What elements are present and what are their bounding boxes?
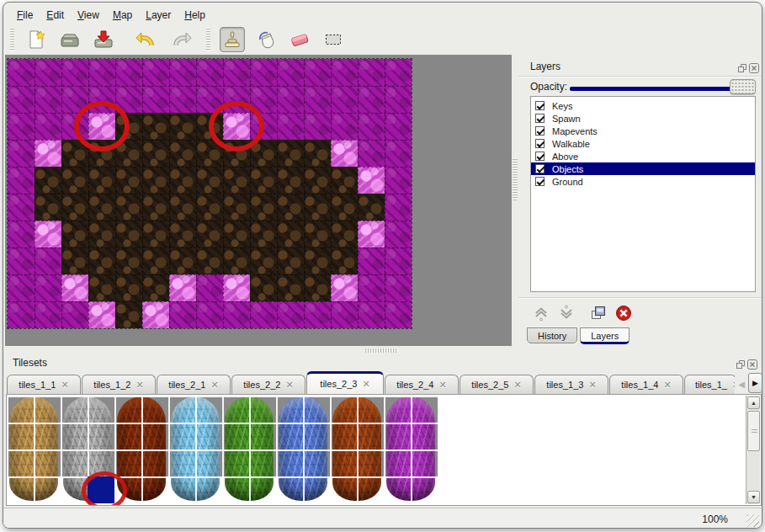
map-tile-purple-ground[interactable] xyxy=(358,247,385,274)
layer-list[interactable]: KeysSpawnMapeventsWalkableAboveObjectsGr… xyxy=(530,96,756,292)
tab-scroll-left-icon[interactable]: ◀ xyxy=(736,376,746,391)
map-tile-purple-ground[interactable] xyxy=(277,59,304,86)
vertical-splitter[interactable] xyxy=(512,55,518,346)
map-tile-dark-soil[interactable] xyxy=(358,194,385,221)
map-tile-purple-ground[interactable] xyxy=(8,113,35,140)
tileset-tab-tiles_2_5[interactable]: tiles_2_5✕ xyxy=(460,375,534,394)
map-tile-purple-ground[interactable] xyxy=(115,59,142,86)
map-tile-purple-ground[interactable] xyxy=(331,301,358,328)
layer-visibility-checkbox[interactable] xyxy=(535,152,545,161)
tab-close-icon[interactable]: ✕ xyxy=(438,380,446,391)
map-tile-dark-soil[interactable] xyxy=(115,274,142,301)
map-tile-purple-ground[interactable] xyxy=(223,301,250,328)
map-tile-purple-ground[interactable] xyxy=(358,113,385,140)
tab-close-icon[interactable]: ✕ xyxy=(285,380,293,391)
map-tile-dark-soil[interactable] xyxy=(196,221,223,247)
map-tile-purple-ground[interactable] xyxy=(169,86,196,113)
tileset-tab-tiles_2_2[interactable]: tiles_2_2✕ xyxy=(231,375,305,394)
map-tile-purple-ground[interactable] xyxy=(8,301,35,328)
map-tile-dark-soil[interactable] xyxy=(223,221,250,247)
map-tile-purple-ground[interactable] xyxy=(331,113,358,140)
tileset-tab-tiles_1_4[interactable]: tiles_1_4✕ xyxy=(609,375,683,394)
map-tile-purple-ground[interactable] xyxy=(35,247,61,274)
map-tile-dark-soil[interactable] xyxy=(61,167,88,194)
map-tile-purple-ground[interactable] xyxy=(358,59,385,86)
toolbar-grip[interactable] xyxy=(10,28,14,51)
tileset-tab-tiles_2_1[interactable]: tiles_2_1✕ xyxy=(157,375,231,394)
map-tile-pink-bush[interactable] xyxy=(331,140,358,167)
map-tile-pink-bush[interactable] xyxy=(35,221,61,247)
map-tile-dark-soil[interactable] xyxy=(277,140,304,167)
map-tile-purple-ground[interactable] xyxy=(35,59,61,86)
float-icon[interactable] xyxy=(736,358,746,368)
map-tile-dark-soil[interactable] xyxy=(169,247,196,274)
close-icon[interactable] xyxy=(749,61,759,72)
toolbar-grip[interactable] xyxy=(206,28,210,51)
map-tile-dark-soil[interactable] xyxy=(331,194,358,221)
map-tile-dark-soil[interactable] xyxy=(277,167,304,194)
map-tile-purple-ground[interactable] xyxy=(358,301,385,328)
map-tile-dark-soil[interactable] xyxy=(250,221,277,247)
map-tile-purple-ground[interactable] xyxy=(250,301,277,328)
float-icon[interactable] xyxy=(737,61,747,72)
map-tile-purple-ground[interactable] xyxy=(8,59,35,86)
map-tile-purple-ground[interactable] xyxy=(8,86,35,113)
layer-visibility-checkbox[interactable] xyxy=(535,177,545,186)
map-tile-dark-soil[interactable] xyxy=(142,140,169,167)
map-tile-purple-ground[interactable] xyxy=(385,194,412,221)
map-tile-dark-soil[interactable] xyxy=(88,167,115,194)
fill-tool-button[interactable] xyxy=(253,27,279,52)
splitter-grip[interactable] xyxy=(364,348,398,353)
map-tile-purple-ground[interactable] xyxy=(277,113,304,140)
map-tile-dark-soil[interactable] xyxy=(277,194,304,221)
map-tile-dark-soil[interactable] xyxy=(250,247,277,274)
map-tile-purple-ground[interactable] xyxy=(385,274,412,301)
map-tile-purple-ground[interactable] xyxy=(142,59,169,86)
map-tile-dark-soil[interactable] xyxy=(331,247,358,274)
map-tile-purple-ground[interactable] xyxy=(223,59,250,86)
lower-layer-button[interactable] xyxy=(556,304,576,322)
layer-visibility-checkbox[interactable] xyxy=(535,139,545,148)
map-tile-pink-bush[interactable] xyxy=(223,274,250,301)
map-tile-dark-soil[interactable] xyxy=(304,274,331,301)
map-tile-purple-ground[interactable] xyxy=(35,86,61,113)
map-tile-dark-soil[interactable] xyxy=(115,221,142,247)
panel-tab-layers[interactable]: Layers xyxy=(580,327,630,344)
map-tile-dark-soil[interactable] xyxy=(142,221,169,247)
map-tile-dark-soil[interactable] xyxy=(142,113,169,140)
map-tile-purple-ground[interactable] xyxy=(385,247,412,274)
map-tile-purple-ground[interactable] xyxy=(331,59,358,86)
map-tile-purple-ground[interactable] xyxy=(88,59,115,86)
map-tile-purple-ground[interactable] xyxy=(8,194,35,221)
map-tile-dark-soil[interactable] xyxy=(88,274,115,301)
tileset-scrollbar[interactable]: ▲ ▼ xyxy=(746,396,760,504)
map-tile-dark-soil[interactable] xyxy=(196,167,223,194)
map-tile-dark-soil[interactable] xyxy=(169,113,196,140)
map-tile-purple-ground[interactable] xyxy=(385,221,412,247)
map-tile-dark-soil[interactable] xyxy=(35,167,61,194)
tileset-tab-tiles_1_2[interactable]: tiles_1_2✕ xyxy=(82,375,156,394)
map-tile-dark-soil[interactable] xyxy=(223,247,250,274)
map-tile-purple-ground[interactable] xyxy=(358,140,385,167)
tab-close-icon[interactable]: ✕ xyxy=(61,380,68,391)
layer-visibility-checkbox[interactable] xyxy=(535,114,545,123)
layer-row-spawn[interactable]: Spawn xyxy=(531,112,755,125)
tileset-view[interactable]: ▲ ▼ xyxy=(6,394,762,506)
map-tile-purple-ground[interactable] xyxy=(8,274,35,301)
raise-layer-button[interactable] xyxy=(531,304,551,322)
map-tile-purple-ground[interactable] xyxy=(385,167,412,194)
splitter-grip[interactable] xyxy=(513,158,518,200)
map-tile-purple-ground[interactable] xyxy=(8,167,35,194)
map-tile-dark-soil[interactable] xyxy=(250,167,277,194)
map-tile-purple-ground[interactable] xyxy=(35,113,61,140)
tab-close-icon[interactable]: ✕ xyxy=(135,380,143,391)
map-tile-dark-soil[interactable] xyxy=(331,167,358,194)
map-tile-pink-bush[interactable] xyxy=(61,274,88,301)
horizontal-splitter[interactable] xyxy=(3,346,762,354)
tab-close-icon[interactable]: ✕ xyxy=(513,380,521,391)
map-tile-purple-ground[interactable] xyxy=(196,274,223,301)
map-tile-purple-ground[interactable] xyxy=(385,113,412,140)
map-tile-dark-soil[interactable] xyxy=(169,221,196,247)
close-icon[interactable] xyxy=(747,358,757,368)
redo-button[interactable] xyxy=(170,27,195,52)
